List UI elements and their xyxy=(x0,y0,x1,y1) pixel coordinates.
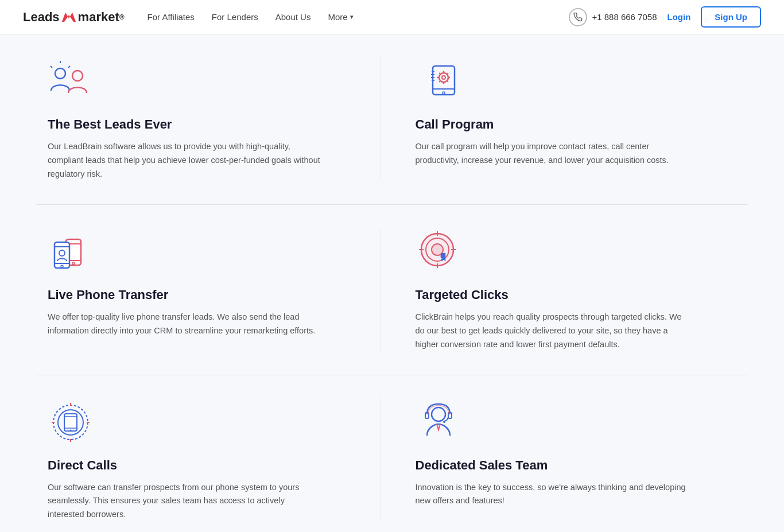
nav-more-dropdown[interactable]: More ▾ xyxy=(328,12,353,22)
navbar-right: +1 888 666 7058 Login Sign Up xyxy=(569,6,761,28)
call-program-icon xyxy=(416,57,461,103)
svg-point-49 xyxy=(432,407,445,421)
logo-text-market: market xyxy=(78,10,119,25)
phone-icon xyxy=(569,8,587,26)
targeted-clicks-title: Targeted Clicks xyxy=(416,288,725,302)
dedicated-sales-title: Dedicated Sales Team xyxy=(416,458,725,473)
nav-about-us[interactable]: About Us xyxy=(275,12,311,22)
svg-line-5 xyxy=(68,66,70,68)
logo-trademark: ® xyxy=(119,13,125,21)
feature-live-phone: Live Phone Transfer We offer top-quality… xyxy=(36,228,381,352)
live-phone-title: Live Phone Transfer xyxy=(48,288,358,302)
direct-calls-icon xyxy=(48,398,94,444)
logo-icon xyxy=(61,9,77,25)
svg-rect-27 xyxy=(55,242,69,268)
live-phone-desc: We offer top-quality live phone transfer… xyxy=(48,310,323,338)
svg-line-4 xyxy=(51,66,52,68)
login-button[interactable]: Login xyxy=(667,12,691,22)
main-content: The Best Leads Ever Our LeadBrain softwa… xyxy=(13,34,771,532)
svg-rect-6 xyxy=(433,66,455,95)
feature-targeted-clicks: Targeted Clicks ClickBrain helps you rea… xyxy=(381,228,748,352)
feature-direct-calls: Direct Calls Our software can transfer p… xyxy=(36,398,381,522)
svg-point-8 xyxy=(443,92,445,94)
direct-calls-title: Direct Calls xyxy=(48,458,358,473)
phone-number: +1 888 666 7058 xyxy=(592,12,657,22)
svg-point-1 xyxy=(55,68,65,79)
direct-calls-desc: Our software can transfer prospects from… xyxy=(48,481,323,522)
navbar-nav: For Affiliates For Lenders About Us More… xyxy=(148,12,569,22)
logo-text-leads: Leads xyxy=(23,10,60,25)
feature-row-3: Direct Calls Our software can transfer p… xyxy=(36,375,748,532)
logo[interactable]: Leads market® xyxy=(23,9,125,25)
best-leads-desc: Our LeadBrain software allows us to prov… xyxy=(48,140,323,181)
best-leads-icon xyxy=(48,57,94,103)
chevron-down-icon: ▾ xyxy=(350,13,354,21)
svg-point-48 xyxy=(70,429,72,431)
svg-line-17 xyxy=(447,73,448,74)
svg-point-9 xyxy=(439,73,448,82)
navbar: Leads market® For Affiliates For Lenders… xyxy=(0,0,784,34)
nav-for-lenders[interactable]: For Lenders xyxy=(212,12,258,22)
signup-button[interactable]: Sign Up xyxy=(701,6,761,28)
live-phone-icon xyxy=(48,228,94,274)
call-program-desc: Our call program will help you improve c… xyxy=(416,140,691,168)
feature-row-1: The Best Leads Ever Our LeadBrain softwa… xyxy=(36,34,748,205)
svg-line-18 xyxy=(439,81,440,82)
nav-for-affiliates[interactable]: For Affiliates xyxy=(148,12,195,22)
feature-dedicated-sales: Dedicated Sales Team Innovation is the k… xyxy=(381,398,748,522)
phone-area: +1 888 666 7058 xyxy=(569,8,657,26)
nav-more-label: More xyxy=(328,12,347,22)
targeted-clicks-desc: ClickBrain helps you reach quality prosp… xyxy=(416,310,691,352)
targeted-clicks-icon xyxy=(416,228,461,274)
feature-row-2: Live Phone Transfer We offer top-quality… xyxy=(36,205,748,375)
svg-line-16 xyxy=(447,81,448,82)
feature-call-program: Call Program Our call program will help … xyxy=(381,57,748,181)
call-program-title: Call Program xyxy=(416,117,725,132)
svg-point-2 xyxy=(72,71,83,81)
best-leads-title: The Best Leads Ever xyxy=(48,117,358,132)
svg-line-15 xyxy=(439,73,440,74)
svg-point-52 xyxy=(443,421,445,423)
dedicated-sales-icon xyxy=(416,398,461,444)
svg-point-10 xyxy=(442,76,445,79)
feature-best-leads: The Best Leads Ever Our LeadBrain softwa… xyxy=(36,57,381,181)
dedicated-sales-desc: Innovation is the key to success, so we'… xyxy=(416,481,691,508)
